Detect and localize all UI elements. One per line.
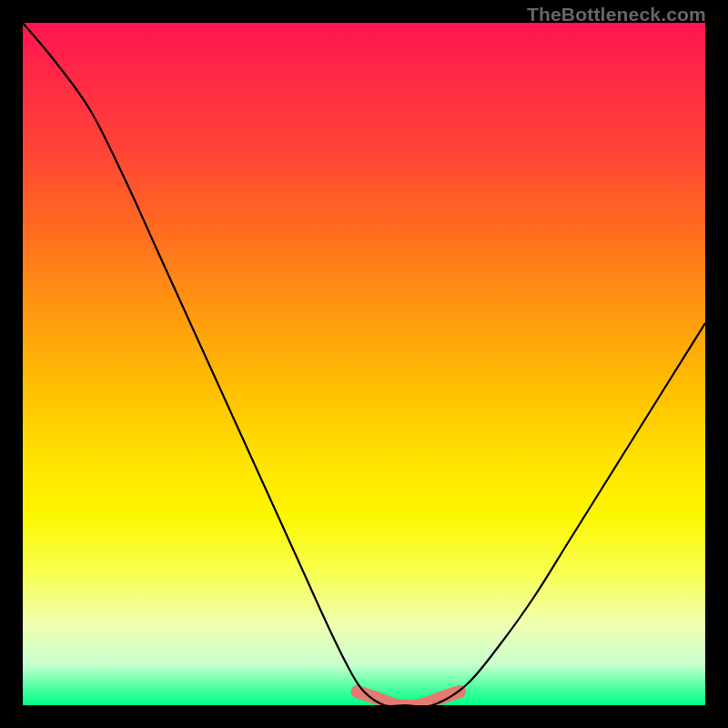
bottleneck-curve <box>23 23 705 705</box>
plot-area <box>23 23 705 705</box>
chart-svg <box>23 23 705 705</box>
chart-container: TheBottleneck.com <box>0 0 728 728</box>
watermark-text: TheBottleneck.com <box>527 4 706 25</box>
